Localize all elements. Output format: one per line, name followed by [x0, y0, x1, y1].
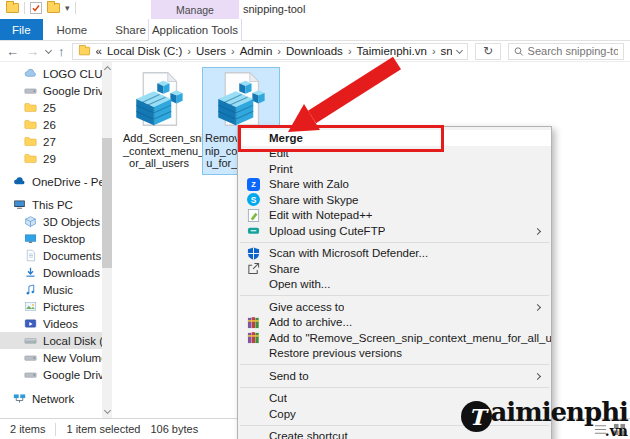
winrar-icon	[245, 331, 261, 345]
sidebar-item-network[interactable]: Network	[0, 390, 112, 407]
menu-item-edit-with-notepad-plus-plus[interactable]: Edit with Notepad++	[238, 208, 551, 224]
picture-icon	[24, 300, 37, 313]
sidebar-item-3d-objects[interactable]: 3D Objects	[0, 213, 112, 230]
menu-item-restore-previous-versions[interactable]: Restore previous versions	[238, 346, 551, 362]
up-button[interactable]: ↑	[58, 45, 65, 58]
folder-icon	[24, 101, 37, 114]
breadcrumb-segment[interactable]: Local Disk (C:)	[107, 45, 182, 57]
properties-check-icon[interactable]	[30, 2, 42, 14]
breadcrumb-segment[interactable]: Users	[196, 45, 226, 57]
sidebar-item-this-pc[interactable]: This PC	[0, 196, 112, 213]
sidebar-item-documents[interactable]: Documents	[0, 247, 112, 264]
back-button[interactable]: ←	[6, 45, 19, 58]
scroll-down-icon[interactable]	[103, 407, 110, 414]
sidebar-item-music[interactable]: Music	[0, 281, 112, 298]
menu-item-label: Print	[269, 163, 293, 175]
defender-shield-icon	[245, 246, 261, 260]
tab-file[interactable]: File	[0, 19, 43, 40]
breadcrumb-segment[interactable]: snipping-tool	[441, 45, 452, 57]
qat-customize-icon[interactable]: ▾	[65, 3, 70, 13]
scroll-up-icon[interactable]	[103, 66, 110, 73]
menu-item-give-access-to[interactable]: Give access to	[238, 299, 551, 315]
sidebar-item-local-disk-c[interactable]: Local Disk (C:)	[0, 332, 112, 349]
folder-icon[interactable]	[47, 3, 60, 13]
sidebar-item-new-volume-d[interactable]: New Volume (D:	[0, 349, 112, 366]
cube-icon	[24, 215, 37, 228]
drive-icon	[24, 368, 37, 381]
chevron-right-icon[interactable]: ›	[348, 45, 352, 57]
sidebar-item-pictures[interactable]: Pictures	[0, 298, 112, 315]
chevron-right-icon[interactable]: ›	[432, 45, 436, 57]
folder-icon	[24, 135, 37, 148]
drive-icon	[24, 84, 37, 97]
divider	[24, 2, 25, 14]
sidebar-scrollbar[interactable]	[102, 62, 112, 418]
menu-separator	[240, 295, 549, 296]
search-input[interactable]	[528, 45, 618, 57]
forward-button[interactable]: →	[26, 45, 39, 58]
menu-item-add-to-named-archive[interactable]: Add to "Remove_Screen_snip_context_menu_…	[238, 330, 551, 346]
menu-item-label: Create shortcut	[269, 430, 348, 439]
drive-icon	[24, 351, 37, 364]
watermark-tld: .vn	[605, 425, 628, 437]
menu-item-upload-using-cuteftp[interactable]: Upload using CuteFTP	[238, 223, 551, 239]
menu-item-label: Share with Zalo	[269, 178, 349, 190]
menu-item-share-with-skype[interactable]: S Share with Skype	[238, 192, 551, 208]
selection-count: 1 item selected	[66, 423, 140, 435]
item-count: 2 items	[10, 423, 45, 435]
zalo-icon: Z	[245, 177, 261, 191]
sidebar-item-onedrive[interactable]: OneDrive - Person	[0, 173, 112, 190]
menu-item-label: Add to "Remove_Screen_snip_context_menu_…	[269, 332, 551, 344]
cloud-icon	[24, 67, 37, 80]
refresh-button[interactable]: ↻	[475, 43, 501, 60]
sidebar-item-logo-club[interactable]: LOGO CLUB -	[0, 65, 112, 82]
menu-item-add-to-archive[interactable]: Add to archive...	[238, 315, 551, 331]
menu-item-print[interactable]: Print	[238, 161, 551, 177]
menu-item-share-with-zalo[interactable]: Z Share with Zalo	[238, 177, 551, 193]
address-bar[interactable]: « Local Disk (C:)› Users› Admin› Downloa…	[72, 43, 469, 60]
chevron-right-icon[interactable]: ›	[277, 45, 281, 57]
annotation-highlight-box	[238, 125, 444, 152]
breadcrumb-segment[interactable]: Admin	[240, 45, 273, 57]
tab-application-tools[interactable]: Application Tools	[148, 19, 242, 41]
sidebar-item-25[interactable]: 25	[0, 99, 112, 116]
search-box[interactable]	[508, 43, 624, 60]
chevron-right-icon[interactable]: ›	[231, 45, 235, 57]
sidebar-item-desktop[interactable]: Desktop	[0, 230, 112, 247]
svg-text:S: S	[250, 195, 256, 205]
sidebar-item-label: Pictures	[43, 301, 85, 313]
tab-home[interactable]: Home	[43, 19, 102, 40]
folder-icon	[78, 47, 89, 56]
menu-item-open-with[interactable]: Open with...	[238, 277, 551, 293]
menu-separator	[240, 242, 549, 243]
menu-item-send-to[interactable]: Send to	[238, 368, 551, 384]
breadcrumb-segment[interactable]: Taimienphi.vn	[357, 45, 427, 57]
cuteftp-icon	[245, 224, 261, 238]
menu-item-scan-with-microsoft-defender[interactable]: Scan with Microsoft Defender...	[238, 246, 551, 262]
notepad-plus-plus-icon	[245, 208, 261, 222]
chevron-right-icon[interactable]: ›	[187, 45, 191, 57]
sidebar-item-27[interactable]: 27	[0, 133, 112, 150]
breadcrumb-segment[interactable]: Downloads	[286, 45, 343, 57]
address-dropdown-icon[interactable]	[456, 46, 463, 53]
sidebar-item-google-drive-g[interactable]: Google Drive (G:	[0, 366, 112, 383]
file-tile-add-screen-snip[interactable]: Add_Screen_snip _context_menu_f or_all_u…	[120, 67, 198, 175]
sidebar-item-label: 3D Objects	[43, 216, 100, 228]
folder-icon[interactable]	[6, 3, 19, 13]
sidebar-item-26[interactable]: 26	[0, 116, 112, 133]
sidebar-item-label: Downloads	[43, 267, 100, 279]
sidebar-item-videos[interactable]: Videos	[0, 315, 112, 332]
menu-item-label: Cut	[269, 392, 287, 404]
sidebar-item-label: 29	[43, 153, 56, 165]
menu-separator	[240, 364, 549, 365]
recent-locations-icon[interactable]	[45, 46, 52, 53]
scrollbar-thumb[interactable]	[102, 138, 112, 268]
menu-item-share[interactable]: Share	[238, 261, 551, 277]
ribbon-tab-row: File Home Share View Application Tools	[0, 19, 630, 41]
sidebar-item-downloads[interactable]: Downloads	[0, 264, 112, 281]
sidebar-item-label: Network	[32, 393, 74, 405]
sidebar-item-29[interactable]: 29	[0, 150, 112, 167]
sidebar-item-google-drive[interactable]: Google Drive	[0, 82, 112, 99]
menu-icon-slot	[245, 391, 261, 405]
sidebar-item-label: Documents	[43, 250, 101, 262]
